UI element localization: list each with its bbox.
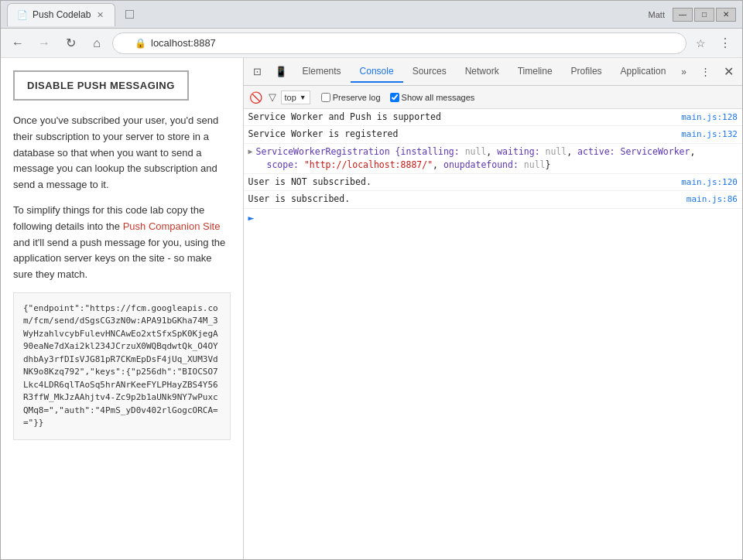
- webpage-panel: DISABLE PUSH MESSAGING Once you've subsc…: [1, 58, 244, 559]
- tab-network[interactable]: Network: [456, 61, 508, 83]
- tab-elements[interactable]: Elements: [293, 61, 351, 83]
- push-companion-link[interactable]: Push Companion Site: [123, 220, 221, 232]
- console-key: waiting:: [497, 146, 545, 157]
- devtools-close-button[interactable]: ✕: [717, 61, 739, 83]
- reload-button[interactable]: ↻: [60, 32, 81, 54]
- console-filter-bar: 🚫 ▽ top ▼ Preserve log Show all messages: [244, 86, 742, 109]
- show-all-messages-label: Show all messages: [390, 93, 475, 102]
- console-object-label: ServiceWorkerRegistration {: [256, 146, 401, 157]
- devtools-toolbar: ⊡ 📱 Elements Console Sources Network Tim…: [244, 58, 742, 86]
- tab-title: Push Codelab: [33, 9, 91, 20]
- tab-application[interactable]: Application: [611, 61, 676, 83]
- menu-button[interactable]: ⋮: [714, 32, 736, 54]
- console-row: Service Worker and Push is supported mai…: [244, 109, 742, 126]
- console-prompt-arrow: ►: [248, 212, 255, 224]
- preserve-log-text: Preserve log: [333, 93, 381, 102]
- paragraph-2: To simplify things for this code lab cop…: [13, 203, 231, 283]
- bookmark-button[interactable]: ☆: [691, 34, 710, 53]
- forward-button[interactable]: →: [33, 32, 55, 54]
- console-row: ▶ ServiceWorkerRegistration {installing:…: [244, 144, 742, 175]
- tab-console[interactable]: Console: [351, 61, 403, 83]
- console-prompt: ►: [244, 209, 742, 227]
- console-null: null: [546, 146, 567, 157]
- tab-close-button[interactable]: ✕: [95, 10, 105, 20]
- minimize-button[interactable]: —: [673, 8, 693, 22]
- address-text: localhost:8887: [151, 37, 216, 49]
- console-message: Service Worker and Push is supported: [248, 111, 676, 124]
- console-message: User is NOT subscribed.: [248, 176, 676, 189]
- console-prompt-input[interactable]: [257, 212, 738, 223]
- paragraph-2-suffix: and it'll send a push message for you, u…: [13, 237, 225, 281]
- show-all-messages-text: Show all messages: [402, 93, 475, 102]
- show-all-messages-checkbox[interactable]: [390, 93, 399, 102]
- browser-tab[interactable]: 📄 Push Codelab ✕: [7, 3, 115, 26]
- console-message: Service Worker is registered: [248, 128, 676, 141]
- window-controls: Matt — □ ✕: [649, 8, 736, 22]
- new-tab-button[interactable]: □: [118, 4, 140, 26]
- console-row: Service Worker is registered main.js:132: [244, 126, 742, 143]
- console-output: Service Worker and Push is supported mai…: [244, 109, 742, 559]
- console-value: ServiceWorker: [620, 146, 690, 157]
- tab-timeline[interactable]: Timeline: [508, 61, 562, 83]
- console-clear-button[interactable]: 🚫: [248, 90, 264, 105]
- code-content: {"endpoint":"https://fcm.googleapis.com/…: [23, 303, 218, 429]
- devtools-tabs: Elements Console Sources Network Timelin…: [293, 61, 693, 83]
- console-source-link[interactable]: main.js:128: [681, 111, 738, 122]
- console-message: User is subscribed.: [248, 193, 680, 206]
- console-key: installing:: [401, 146, 465, 157]
- console-source-link[interactable]: main.js:86: [687, 193, 738, 204]
- console-key: onupdatefound:: [443, 159, 524, 170]
- console-context-value: top: [285, 93, 296, 102]
- code-block: {"endpoint":"https://fcm.googleapis.com/…: [13, 292, 231, 440]
- console-expand-icon[interactable]: ▶: [248, 145, 253, 155]
- console-null: null: [524, 159, 546, 170]
- console-string: "http://localhost:8887/": [304, 159, 433, 170]
- address-bar[interactable]: 🔒 localhost:8887: [112, 32, 687, 54]
- title-bar: 📄 Push Codelab ✕ □ Matt — □ ✕: [1, 1, 742, 29]
- address-lock-icon: 🔒: [135, 38, 146, 49]
- back-button[interactable]: ←: [7, 32, 29, 54]
- devtools-settings-button[interactable]: ⋮: [694, 61, 716, 83]
- console-key: active:: [577, 146, 620, 157]
- console-key: scope:: [266, 159, 303, 170]
- console-source-link[interactable]: main.js:120: [681, 176, 738, 187]
- preserve-log-label: Preserve log: [321, 93, 381, 102]
- console-source-link[interactable]: main.js:132: [681, 128, 738, 139]
- browser-window: 📄 Push Codelab ✕ □ Matt — □ ✕ ← → ↻ ⌂ 🔒 …: [0, 0, 743, 560]
- console-object-end: }: [546, 159, 551, 170]
- console-message: ServiceWorkerRegistration {installing: n…: [256, 145, 738, 172]
- devtools-panel: ⊡ 📱 Elements Console Sources Network Tim…: [244, 58, 742, 559]
- devtools-actions: ⋮ ✕: [694, 61, 739, 83]
- console-row: User is NOT subscribed. main.js:120: [244, 174, 742, 191]
- content-area: DISABLE PUSH MESSAGING Once you've subsc…: [1, 58, 742, 559]
- paragraph-1: Once you've subscribed your user, you'd …: [13, 113, 231, 193]
- console-filter-icon: ▽: [269, 91, 276, 103]
- tab-sources[interactable]: Sources: [403, 61, 456, 83]
- console-row: User is subscribed. main.js:86: [244, 191, 742, 208]
- nav-bar: ← → ↻ ⌂ 🔒 localhost:8887 ☆ ⋮: [1, 29, 742, 58]
- tab-favicon: 📄: [17, 10, 28, 20]
- tab-profiles[interactable]: Profiles: [562, 61, 611, 83]
- context-dropdown-arrow: ▼: [300, 94, 306, 101]
- devtools-device-button[interactable]: 📱: [270, 61, 292, 83]
- maximize-button[interactable]: □: [694, 8, 714, 22]
- close-button[interactable]: ✕: [716, 8, 736, 22]
- console-null: null: [465, 146, 487, 157]
- user-name: Matt: [649, 10, 665, 19]
- devtools-more-tabs-button[interactable]: »: [675, 63, 693, 80]
- console-context-select[interactable]: top ▼: [281, 90, 310, 104]
- preserve-log-checkbox[interactable]: [321, 93, 330, 102]
- devtools-inspect-button[interactable]: ⊡: [247, 61, 269, 83]
- disable-push-button[interactable]: DISABLE PUSH MESSAGING: [13, 70, 189, 101]
- home-button[interactable]: ⌂: [86, 32, 108, 54]
